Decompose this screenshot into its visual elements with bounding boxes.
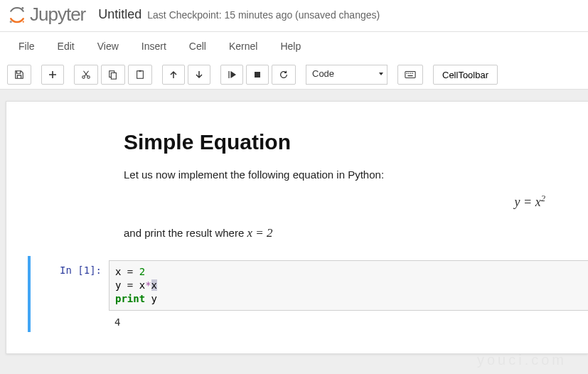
title-area: Untitled Last Checkpoint: 15 minutes ago…: [98, 7, 380, 22]
svg-rect-12: [408, 73, 409, 73]
menu-file[interactable]: File: [7, 35, 46, 58]
interrupt-button[interactable]: [246, 65, 269, 85]
svg-rect-9: [255, 72, 260, 78]
code-input[interactable]: x = 2 y = x*x print y: [109, 260, 588, 311]
svg-point-3: [82, 76, 85, 79]
menu-cell[interactable]: Cell: [178, 35, 218, 58]
svg-rect-13: [410, 73, 411, 73]
svg-point-2: [23, 21, 24, 22]
code-cell[interactable]: In [1]: x = 2 y = x*x print y 4: [28, 256, 588, 332]
code-output: 4: [109, 311, 588, 328]
cell-toolbar-button[interactable]: CellToolbar: [433, 65, 498, 85]
paste-button[interactable]: [128, 65, 152, 85]
arrow-down-icon: [195, 70, 203, 79]
svg-point-4: [87, 76, 90, 79]
svg-point-1: [10, 21, 12, 23]
cut-icon: [81, 70, 91, 80]
logo-text: Jupyter: [30, 4, 85, 26]
notebook-title[interactable]: Untitled: [98, 7, 141, 22]
paragraph-1: Let us now implement the following equat…: [124, 167, 567, 183]
save-button[interactable]: [7, 65, 31, 85]
jupyter-icon: [7, 5, 27, 25]
notebook-area: Simple Equation Let us now implement the…: [0, 90, 588, 374]
svg-rect-7: [137, 71, 144, 79]
move-down-button[interactable]: [188, 65, 210, 85]
cell-type-label: Code: [306, 65, 387, 85]
stop-icon: [253, 70, 262, 79]
cut-button[interactable]: [74, 65, 98, 85]
svg-rect-14: [412, 73, 413, 73]
equation-display: y = x2: [124, 193, 545, 210]
checkpoint-info: Last Checkpoint: 15 minutes ago (unsaved…: [147, 9, 380, 21]
svg-rect-15: [407, 75, 412, 76]
inline-equation: x = 2: [247, 226, 272, 240]
add-cell-button[interactable]: [41, 65, 64, 85]
svg-rect-8: [139, 70, 141, 72]
cell-type-select[interactable]: Code: [306, 65, 387, 85]
menu-help[interactable]: Help: [269, 35, 312, 58]
toolbar: Code CellToolbar: [0, 60, 588, 90]
logo: Jupyter: [7, 4, 85, 26]
svg-point-0: [21, 6, 23, 9]
arrow-up-icon: [169, 70, 178, 79]
menu-insert[interactable]: Insert: [130, 35, 178, 58]
keyboard-icon: [405, 70, 416, 79]
paragraph-2: and print the result where x = 2: [124, 224, 567, 242]
svg-rect-11: [407, 73, 407, 73]
markdown-cell[interactable]: Simple Equation Let us now implement the…: [6, 130, 588, 242]
notebook: Simple Equation Let us now implement the…: [6, 101, 588, 354]
save-icon: [14, 70, 24, 80]
copy-button[interactable]: [101, 65, 125, 85]
header: Jupyter Untitled Last Checkpoint: 15 min…: [0, 0, 588, 31]
menu-kernel[interactable]: Kernel: [218, 35, 269, 58]
code-area: x = 2 y = x*x print y 4: [109, 260, 588, 328]
run-icon: [228, 70, 236, 79]
plus-icon: [48, 70, 57, 79]
command-palette-button[interactable]: [397, 65, 423, 85]
svg-rect-6: [111, 73, 116, 79]
paste-icon: [135, 70, 145, 80]
move-up-button[interactable]: [162, 65, 185, 85]
menu-view[interactable]: View: [86, 35, 130, 58]
run-button[interactable]: [220, 65, 243, 85]
menubar: File Edit View Insert Cell Kernel Help: [0, 31, 588, 60]
svg-rect-10: [405, 72, 415, 78]
input-prompt: In [1]:: [31, 260, 109, 328]
restart-button[interactable]: [272, 65, 296, 85]
copy-icon: [108, 70, 118, 80]
heading: Simple Equation: [124, 130, 567, 154]
menu-edit[interactable]: Edit: [46, 35, 86, 58]
restart-icon: [279, 70, 289, 80]
